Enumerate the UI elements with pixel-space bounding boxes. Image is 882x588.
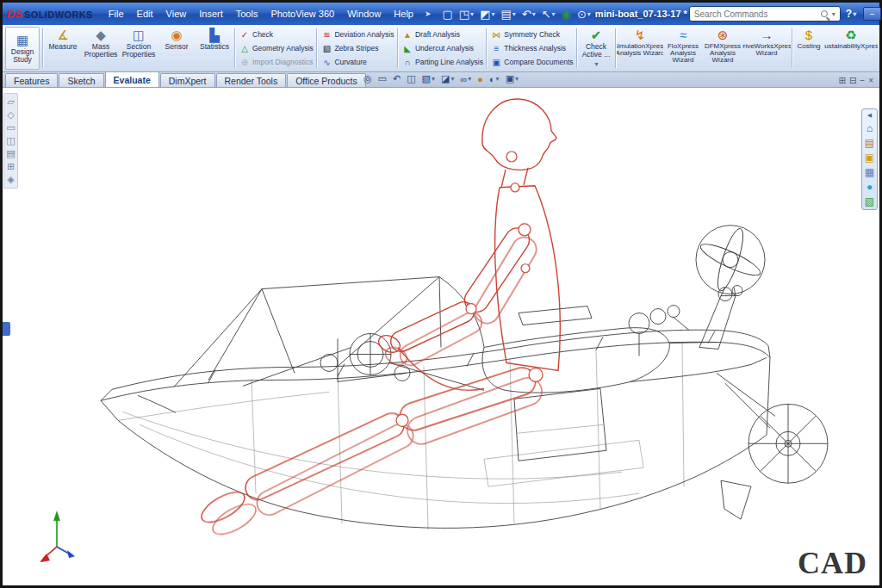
help-button[interactable]: ?▾: [846, 8, 856, 20]
menu-window[interactable]: Window: [341, 7, 387, 21]
options-button[interactable]: ⊙▾: [575, 5, 593, 22]
menu-pin-icon[interactable]: ➤: [425, 9, 432, 18]
hide-show-items-icon[interactable]: ∞▾: [460, 74, 471, 84]
open-button[interactable]: ◳▾: [457, 5, 476, 22]
check-active-button[interactable]: ✔ Check Active ... ▾: [578, 26, 614, 71]
tab-features[interactable]: Features: [5, 73, 58, 87]
view-palette-icon[interactable]: ▦: [865, 167, 874, 177]
section-properties-button[interactable]: ◫ Section Properties: [120, 26, 158, 71]
parting-line-analysis-button[interactable]: ∩Parting Line Analysis: [402, 56, 481, 69]
sensor-button[interactable]: ◉ Sensor: [158, 26, 196, 71]
apply-scene-icon[interactable]: ◐▾: [489, 74, 500, 84]
driveworksxpress-label: DriveWorksXpress Wizard: [742, 43, 791, 57]
menu-tools[interactable]: Tools: [230, 7, 264, 21]
left-toolbar-icon[interactable]: ▱: [7, 97, 14, 107]
chevron-down-icon[interactable]: ▾: [832, 10, 835, 18]
minimize-document-icon[interactable]: −: [860, 76, 865, 85]
measure-button[interactable]: ∡ Measure: [44, 26, 82, 71]
curvature-button[interactable]: ∿Curvature: [321, 56, 393, 69]
rebuild-icon: ◉: [562, 9, 571, 20]
feature-manager-collapsed-tab[interactable]: [3, 322, 10, 336]
zoom-fit-icon[interactable]: ◎: [363, 73, 372, 84]
tab-office-products[interactable]: Office Products: [287, 73, 366, 87]
draft-analysis-button[interactable]: ▲Draft Analysis: [402, 28, 481, 41]
print-button[interactable]: ▤▾: [498, 5, 518, 22]
search-icon[interactable]: [821, 10, 828, 17]
parting-line-analysis-icon: ∩: [402, 58, 413, 67]
tab-render-tools[interactable]: Render Tools: [216, 73, 287, 87]
compare-documents-label: Compare Documents: [504, 58, 573, 66]
menu-edit[interactable]: Edit: [131, 7, 159, 21]
left-toolbar-icon[interactable]: ⊞: [7, 162, 15, 171]
tab-sketch[interactable]: Sketch: [59, 73, 103, 87]
sustainabilityxpress-button[interactable]: ♻ SustainabilityXpress: [824, 26, 878, 71]
geometry-analysis-label: Geometry Analysis: [252, 44, 314, 53]
command-manager-tabs: Features Sketch Evaluate DimXpert Render…: [3, 72, 879, 88]
save-icon: ◩: [480, 9, 490, 20]
left-toolbar-icon[interactable]: ◫: [6, 136, 15, 145]
new-document-button[interactable]: ▢: [440, 5, 456, 22]
solidworks-resources-icon[interactable]: ⌂: [866, 123, 873, 133]
left-toolbar-icon[interactable]: ◇: [7, 110, 14, 120]
previous-view-icon[interactable]: ↶: [393, 73, 401, 84]
undercut-analysis-button[interactable]: ◣Undercut Analysis: [402, 42, 481, 55]
menu-file[interactable]: File: [102, 7, 130, 21]
section-view-icon[interactable]: ◫: [407, 73, 415, 84]
zebra-stripes-button[interactable]: ▧Zebra Stripes: [321, 42, 393, 55]
undo-button[interactable]: ↶▾: [519, 5, 538, 22]
design-library-icon[interactable]: ▤: [865, 138, 874, 148]
view-settings-icon[interactable]: ▣▾: [506, 73, 519, 84]
mass-properties-button[interactable]: ◆ Mass Properties: [82, 26, 120, 71]
design-study-button[interactable]: ▦ Design Study: [5, 27, 40, 70]
edit-appearance-icon[interactable]: ●: [477, 74, 483, 84]
menu-view[interactable]: View: [160, 7, 193, 21]
zoom-area-icon[interactable]: ▭: [378, 73, 387, 84]
tab-dimxpert[interactable]: DimXpert: [160, 73, 215, 87]
command-manager-ribbon: ▦ Design Study ∡ Measure ◆ Mass Properti…: [3, 25, 879, 72]
menu-insert[interactable]: Insert: [193, 7, 229, 21]
display-style-icon[interactable]: ◪▾: [441, 73, 454, 84]
menu-photoview-360[interactable]: PhotoView 360: [264, 7, 340, 21]
task-pane-collapse-icon[interactable]: ◀: [867, 112, 872, 119]
cad-viewport[interactable]: [3, 88, 879, 585]
select-button[interactable]: ↖▾: [539, 5, 558, 22]
check-label: Check: [252, 30, 273, 39]
geometry-analysis-button[interactable]: △Geometry Analysis: [239, 42, 312, 55]
check-button[interactable]: ✓Check: [239, 28, 312, 41]
tab-evaluate[interactable]: Evaluate: [105, 71, 159, 87]
driveworksxpress-wizard-button[interactable]: → DriveWorksXpress Wizard: [742, 26, 791, 71]
minimize-button[interactable]: −: [863, 7, 881, 21]
close-document-icon[interactable]: ×: [868, 76, 873, 85]
orientation-triad: [40, 511, 75, 562]
left-toolbar-icon[interactable]: ▭: [6, 123, 15, 133]
search-box[interactable]: ▾: [689, 6, 841, 22]
rebuild-button[interactable]: ◉: [559, 5, 574, 22]
left-toolbar-icon[interactable]: ▤: [6, 149, 15, 158]
statistics-button[interactable]: ▙ Statistics: [196, 26, 233, 71]
appearances-scenes-icon[interactable]: ●: [866, 182, 873, 192]
costing-button[interactable]: $ Costing: [793, 26, 824, 71]
simulationxpress-wizard-button[interactable]: ↯ SimulationXpress Analysis Wizard: [617, 26, 663, 71]
deviation-analysis-button[interactable]: ≋Deviation Analysis: [321, 28, 393, 41]
ribbon-divider: [615, 28, 616, 68]
chevron-down-icon: ▾: [432, 75, 435, 83]
search-input[interactable]: [694, 9, 817, 19]
draft-analysis-label: Draft Analysis: [415, 30, 460, 39]
chevron-down-icon: ▾: [512, 10, 516, 18]
thickness-analysis-button[interactable]: ≡Thickness Analysis: [491, 42, 572, 55]
left-toolbar-icon[interactable]: ◈: [7, 175, 14, 184]
custom-properties-icon[interactable]: ▧: [865, 196, 874, 207]
dfmxpress-wizard-button[interactable]: ⊛ DFMXpress Analysis Wizard: [703, 26, 742, 71]
file-explorer-icon[interactable]: ▣: [865, 152, 874, 163]
import-diagnostics-button[interactable]: ⊕Import Diagnostics: [239, 56, 312, 69]
solidworks-logo: DS SOLIDWORKS: [7, 8, 93, 21]
window-controls: − ◻ ×: [863, 7, 882, 21]
cascade-windows-icon[interactable]: ⊟: [849, 76, 856, 85]
symmetry-check-button[interactable]: ⋈Symmetry Check: [491, 28, 572, 41]
save-button[interactable]: ◩▾: [477, 5, 497, 22]
tile-windows-icon[interactable]: ⊞: [839, 76, 846, 85]
floxpress-wizard-button[interactable]: ≈ FloXpress Analysis Wizard: [663, 26, 703, 71]
view-orientation-icon[interactable]: ▧▾: [422, 73, 435, 84]
menu-help[interactable]: Help: [388, 7, 419, 21]
compare-documents-button[interactable]: ▣Compare Documents: [491, 56, 572, 69]
